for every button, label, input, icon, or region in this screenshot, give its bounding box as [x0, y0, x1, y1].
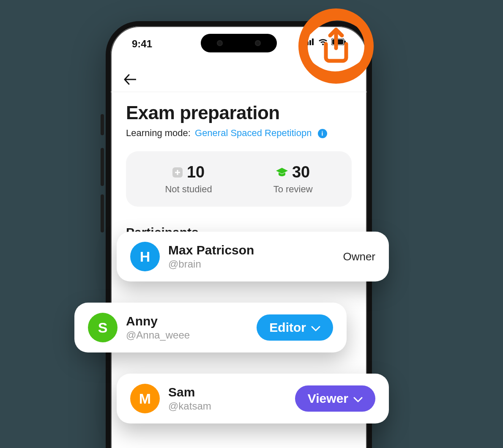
arrow-left-icon — [123, 74, 136, 85]
stat-to-review-value: 30 — [292, 163, 310, 181]
participant-card: H Max Patricson @brain Owner — [117, 232, 389, 281]
chevron-down-icon — [311, 320, 320, 335]
participant-card: S Anny @Anna_weee Editor — [74, 303, 347, 352]
learning-mode-line: Learning mode: General Spaced Repetitiop… — [126, 128, 352, 139]
avatar: S — [88, 313, 118, 342]
phone-side-button — [101, 148, 104, 186]
chevron-down-icon — [353, 391, 363, 406]
status-time: 9:41 — [132, 38, 152, 50]
stat-not-studied-label: Not studied — [165, 184, 212, 195]
info-icon[interactable]: i — [318, 129, 327, 138]
stats-box: 10 Not studied 30 To review — [126, 151, 352, 207]
phone-notch — [201, 34, 277, 52]
learning-mode-link[interactable]: General Spaced Repetitiopn — [195, 128, 312, 138]
participant-name: Sam — [168, 385, 295, 399]
plus-icon — [172, 167, 183, 178]
stat-not-studied: 10 Not studied — [165, 163, 212, 195]
participant-handle: @brain — [168, 258, 343, 270]
participant-card: M Sam @katsam Viewer — [117, 374, 389, 423]
learning-mode-label: Learning mode: — [126, 128, 191, 138]
page-title: Exam preparation — [126, 102, 352, 123]
avatar: H — [130, 242, 160, 271]
participant-name: Anny — [126, 314, 257, 328]
stat-to-review: 30 To review — [273, 163, 313, 195]
stat-not-studied-value: 10 — [187, 163, 205, 181]
graduation-cap-icon — [276, 168, 288, 177]
content: Exam preparation Learning mode: General … — [111, 102, 367, 240]
participant-handle: @Anna_weee — [126, 329, 257, 341]
role-selector-editor[interactable]: Editor — [257, 314, 333, 341]
back-button[interactable] — [123, 74, 136, 87]
role-selector-viewer[interactable]: Viewer — [295, 385, 375, 412]
share-icon — [319, 26, 353, 66]
participant-name: Max Patricson — [168, 243, 343, 257]
avatar: M — [130, 384, 160, 413]
participant-handle: @katsam — [168, 400, 295, 412]
phone-side-button — [101, 114, 104, 135]
phone-side-button — [101, 194, 104, 232]
role-pill-label: Viewer — [308, 391, 348, 406]
role-pill-label: Editor — [269, 320, 306, 335]
participant-role-owner: Owner — [343, 250, 375, 263]
stat-to-review-label: To review — [273, 184, 313, 195]
share-highlight[interactable] — [296, 6, 376, 86]
